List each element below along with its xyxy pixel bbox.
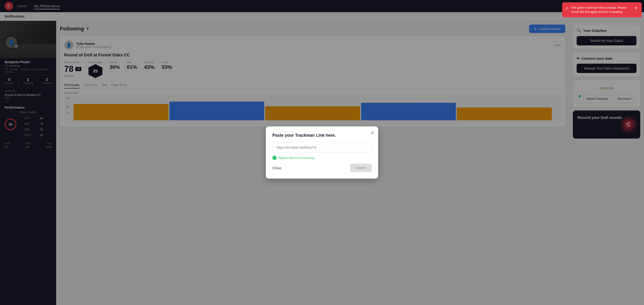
trackman-link-input[interactable] [272, 142, 372, 152]
success-message: Report sent for processing [278, 156, 314, 160]
modal-overlay: Paste your Trackman Link here. ✕ ✓ Repor… [0, 0, 644, 305]
modal-close-button[interactable]: Close [272, 164, 281, 172]
error-toast: ⚠ The given trackman link is invalid. Pl… [562, 2, 642, 17]
success-check-icon: ✓ [272, 156, 276, 160]
modal-submit-button[interactable]: Submit [350, 164, 372, 172]
toast-close-icon[interactable]: ✕ [634, 6, 638, 11]
modal-title: Paste your Trackman Link here. [272, 133, 372, 138]
modal-close-icon[interactable]: ✕ [370, 130, 374, 136]
trackman-modal: Paste your Trackman Link here. ✕ ✓ Repor… [266, 126, 378, 178]
error-message: The given trackman link is invalid. Plea… [571, 6, 630, 14]
modal-success-row: ✓ Report sent for processing [272, 156, 372, 160]
warning-icon: ⚠ [565, 6, 569, 11]
modal-actions: Close Submit [272, 164, 372, 172]
